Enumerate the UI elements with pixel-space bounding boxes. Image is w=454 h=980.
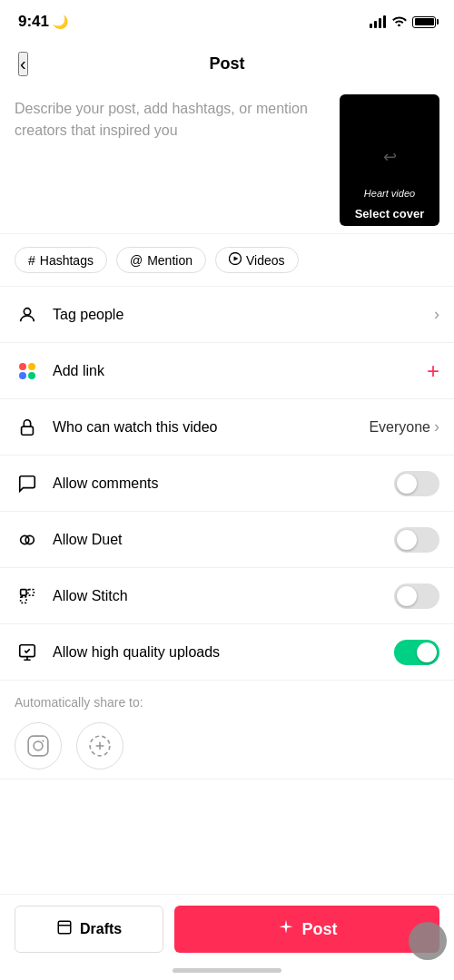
lock-icon: [15, 417, 40, 437]
add-link-label: Add link: [53, 363, 427, 379]
post-label: Post: [302, 920, 338, 939]
who-can-watch-row[interactable]: Who can watch this video Everyone ›: [0, 399, 454, 456]
svg-rect-6: [21, 589, 26, 594]
share-icons-row: [15, 722, 439, 769]
hashtag-label: Hashtags: [40, 253, 94, 268]
header: ‹ Post: [0, 40, 454, 87]
svg-marker-1: [233, 257, 238, 261]
hashtag-button[interactable]: # Hashtags: [15, 247, 107, 273]
drafts-icon: [56, 919, 73, 939]
mention-label: Mention: [147, 253, 192, 268]
allow-high-quality-label: Allow high quality uploads: [53, 644, 394, 661]
allow-comments-toggle[interactable]: [394, 471, 439, 496]
signal-bars-icon: [370, 15, 386, 28]
stitch-icon: [15, 586, 40, 606]
svg-rect-8: [21, 596, 26, 602]
videos-button[interactable]: Videos: [215, 247, 299, 273]
bottom-spacer: [0, 779, 454, 888]
svg-point-12: [42, 740, 44, 742]
add-link-plus-icon: +: [427, 358, 439, 384]
tag-people-row[interactable]: Tag people ›: [0, 287, 454, 343]
page-title: Post: [209, 54, 244, 74]
allow-stitch-row: Allow Stitch: [0, 568, 454, 624]
comment-icon: [15, 474, 40, 494]
videos-icon: [229, 252, 242, 268]
video-icon: ↩: [383, 146, 397, 166]
post-area: Describe your post, add hashtags, or men…: [0, 87, 454, 234]
allow-duet-toggle[interactable]: [394, 527, 439, 553]
allow-stitch-toggle[interactable]: [394, 583, 439, 609]
allow-high-quality-toggle-thumb: [417, 642, 437, 662]
back-button[interactable]: ‹: [18, 52, 28, 76]
allow-comments-label: Allow comments: [53, 475, 394, 492]
tag-people-label: Tag people: [53, 307, 434, 323]
tag-buttons-row: # Hashtags @ Mention Videos: [0, 234, 454, 287]
svg-rect-16: [58, 921, 71, 934]
cover-badge: Heart video: [357, 186, 422, 201]
moon-icon: 🌙: [53, 15, 68, 29]
svg-point-2: [24, 308, 30, 314]
svg-point-5: [25, 535, 34, 544]
post-circle-decoration: [409, 922, 447, 960]
who-can-watch-text: Everyone: [369, 419, 430, 436]
mention-icon: @: [130, 253, 143, 268]
color-dots-icon: [15, 363, 40, 379]
status-bar: 9:41 🌙: [0, 0, 454, 40]
instagram-share-icon[interactable]: [15, 722, 62, 769]
tag-people-chevron: ›: [434, 305, 439, 324]
mention-button[interactable]: @ Mention: [116, 247, 206, 273]
allow-stitch-label: Allow Stitch: [53, 588, 394, 604]
share-section: Automatically share to:: [0, 681, 454, 779]
cover-select-text: Select cover: [340, 207, 439, 220]
cover-thumbnail[interactable]: ↩ Heart video Select cover: [340, 94, 439, 226]
post-description-placeholder[interactable]: Describe your post, add hashtags, or men…: [15, 94, 329, 226]
allow-stitch-toggle-thumb: [397, 586, 417, 606]
person-icon: [15, 305, 40, 325]
duet-icon: [15, 530, 40, 550]
who-can-watch-label: Who can watch this video: [53, 419, 369, 436]
allow-comments-toggle-thumb: [397, 474, 417, 494]
drafts-label: Drafts: [80, 921, 122, 937]
allow-comments-row: Allow comments: [0, 456, 454, 512]
videos-label: Videos: [246, 253, 285, 268]
drafts-button[interactable]: Drafts: [15, 906, 163, 953]
share-label: Automatically share to:: [15, 695, 439, 710]
who-can-watch-chevron: ›: [434, 417, 439, 436]
post-sparkle-icon: [277, 918, 295, 941]
add-link-row[interactable]: Add link +: [0, 343, 454, 399]
add-share-icon[interactable]: [76, 722, 123, 769]
bottom-buttons: Drafts Post: [0, 894, 454, 980]
allow-high-quality-row: Allow high quality uploads: [0, 624, 454, 681]
svg-rect-3: [22, 426, 34, 435]
svg-rect-10: [28, 736, 48, 756]
home-indicator: [173, 968, 281, 973]
svg-point-11: [34, 741, 43, 750]
who-can-watch-value: Everyone ›: [369, 417, 439, 436]
allow-duet-toggle-thumb: [397, 530, 417, 550]
post-button[interactable]: Post: [174, 906, 439, 953]
status-time: 9:41: [18, 13, 49, 31]
high-quality-icon: [15, 642, 40, 662]
battery-icon: [412, 16, 436, 28]
svg-rect-7: [28, 589, 34, 594]
allow-duet-label: Allow Duet: [53, 532, 394, 548]
hashtag-icon: #: [28, 253, 35, 268]
wifi-icon: [391, 15, 407, 29]
allow-high-quality-toggle[interactable]: [394, 640, 439, 665]
status-icons: [370, 15, 436, 29]
allow-duet-row: Allow Duet: [0, 512, 454, 568]
